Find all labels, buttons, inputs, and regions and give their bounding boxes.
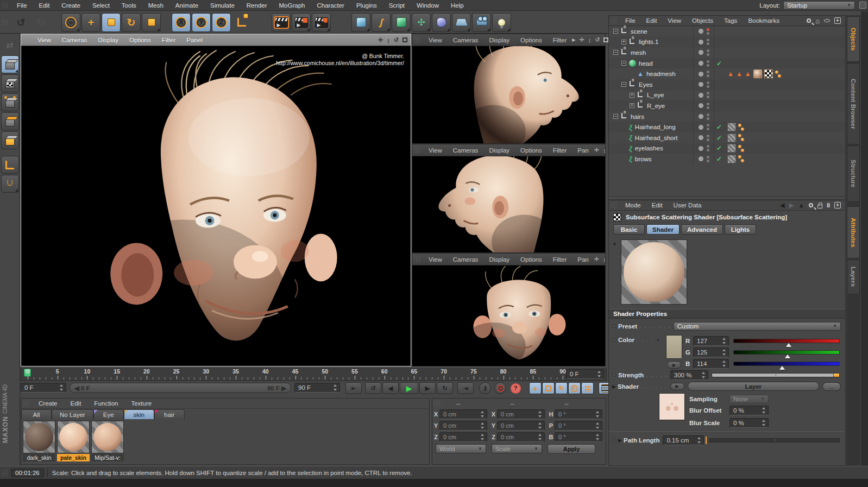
pos-y-field[interactable]: 0 cm — [439, 421, 487, 431]
search-icon[interactable] — [809, 203, 813, 207]
tag-list[interactable] — [724, 134, 741, 142]
undo-button[interactable]: ↺ — [11, 13, 30, 32]
vertex-map-tag-icon[interactable] — [775, 71, 778, 78]
home-icon[interactable]: ⌂ — [815, 17, 820, 25]
collapse-icon[interactable]: − — [613, 50, 618, 55]
viewport-bottom-canvas[interactable] — [412, 265, 605, 366]
vertex-map-tag-icon[interactable] — [738, 155, 741, 162]
pos-x-field[interactable]: 0 cm — [439, 409, 487, 419]
render-picture-viewer-button[interactable] — [292, 13, 311, 32]
object-row-head[interactable]: −head ✓ — [609, 58, 845, 69]
menubar-item[interactable]: Select — [86, 2, 116, 9]
viewport-menu-item[interactable]: Filter — [548, 37, 573, 43]
red-field[interactable]: 127 — [693, 336, 729, 346]
add-generator-button[interactable] — [392, 13, 411, 32]
tab-attributes[interactable]: Attributes — [847, 206, 860, 258]
scale-tool-button[interactable] — [102, 13, 121, 32]
tab-eye[interactable]: Eye — [93, 409, 124, 419]
grip-handle[interactable] — [2, 470, 9, 476]
grip-handle[interactable] — [434, 400, 441, 407]
visibility-toggles[interactable] — [694, 68, 714, 79]
render-settings-button[interactable] — [312, 13, 331, 32]
add-panel-icon[interactable]: + — [834, 17, 841, 24]
spinner-icon[interactable] — [480, 422, 485, 429]
rot-p-field[interactable]: 0 ° — [555, 421, 602, 431]
blur-scale-field[interactable]: 0 % — [729, 418, 769, 428]
attribute-menu-item[interactable]: Mode — [620, 202, 646, 208]
object-row-headmesh[interactable]: ·▲headmesh ▲ ▲ ▲ — [609, 68, 845, 79]
menubar-item[interactable]: MoGraph — [273, 2, 311, 9]
menubar-item[interactable]: Script — [383, 2, 411, 9]
history-back-icon[interactable]: ◀ — [780, 201, 785, 209]
material-mip-sat[interactable]: Mip/Sat-v: — [91, 421, 124, 461]
viewport-menu-item[interactable]: Display — [483, 256, 515, 263]
key-scale-button[interactable] — [542, 382, 555, 394]
layout-dropdown[interactable]: Startup▼ — [783, 1, 855, 10]
viewport-menu-item[interactable]: Display — [483, 147, 515, 154]
shader-preview-sphere[interactable] — [621, 239, 687, 305]
visibility-toggles[interactable] — [694, 100, 714, 111]
material-menu-item[interactable]: Function — [87, 400, 124, 407]
object-row-mesh[interactable]: −mesh — [609, 47, 845, 58]
shader-popup-button[interactable]: ▶ — [670, 383, 684, 390]
visibility-toggles[interactable] — [694, 122, 714, 132]
object-row-brows[interactable]: ·ξbrows ✓ — [609, 154, 845, 165]
tab-shader[interactable]: Shader — [646, 224, 680, 235]
material-pale-skin[interactable]: pale_skin — [57, 421, 90, 461]
expand-triangle-icon[interactable]: ▶ — [612, 384, 618, 389]
material-menu-item[interactable]: Create — [32, 400, 64, 407]
path-length-slider[interactable] — [709, 438, 840, 442]
visibility-toggles[interactable] — [694, 90, 714, 101]
axis-mode-button[interactable] — [1, 156, 19, 174]
spinner-icon[interactable] — [722, 338, 727, 344]
pan-view-icon[interactable]: ✛ — [594, 147, 599, 154]
rot-b-field[interactable]: 0 ° — [555, 432, 602, 442]
visibility-toggles[interactable] — [694, 26, 714, 37]
grip-handle[interactable] — [23, 37, 30, 43]
visibility-toggles[interactable] — [694, 143, 714, 154]
coord-mode-dropdown[interactable]: Scale▼ — [492, 444, 542, 453]
tag-list[interactable] — [724, 144, 741, 153]
coord-system-dropdown[interactable]: World▼ — [436, 444, 486, 453]
tag-list[interactable]: ▲ ▲ ▲ — [724, 69, 778, 78]
key-parameter-button[interactable]: P — [568, 382, 581, 394]
zoom-view-icon[interactable]: ↕ — [603, 256, 606, 263]
layer-button[interactable]: Layer — [688, 382, 819, 391]
play-button[interactable]: ▶ — [400, 382, 418, 394]
y-axis-lock-button[interactable]: Y — [192, 13, 211, 32]
zoom-view-icon[interactable]: ↕ — [588, 37, 592, 43]
spinner-icon[interactable] — [538, 422, 543, 429]
expand-triangle-icon[interactable]: ▶ — [618, 438, 624, 443]
path-length-field[interactable]: 0.15 cm — [663, 435, 704, 445]
frame-range-slider[interactable]: ◀ 0 F 90 F ▶ — [70, 383, 291, 393]
key-position-button[interactable]: + — [529, 382, 542, 394]
rot-h-field[interactable]: 0 ° — [555, 409, 602, 419]
spinner-icon[interactable] — [480, 411, 485, 418]
viewport-menu-item[interactable]: Filter — [548, 147, 573, 154]
viewport-menu-item[interactable]: Display — [483, 37, 515, 43]
blue-field[interactable]: 114 — [693, 359, 729, 369]
grip-handle[interactable] — [611, 202, 618, 208]
tab-layers[interactable]: Layers — [847, 260, 860, 294]
play-loop-button[interactable]: ↻ — [437, 382, 453, 394]
tag-list[interactable] — [724, 123, 741, 131]
pan-view-icon[interactable]: ✛ — [579, 36, 584, 43]
blur-offset-field[interactable]: 0 % — [729, 406, 769, 415]
spinner-icon[interactable] — [333, 384, 338, 391]
tab-structure[interactable]: Structure — [847, 146, 860, 202]
tab-no-layer[interactable]: No Layer — [52, 409, 93, 419]
pan-view-icon[interactable]: ✛ — [378, 36, 383, 43]
object-row-eyelashes[interactable]: ·ξeyelashes ✓ — [609, 143, 845, 154]
viewport-main-canvas[interactable]: @ Bunk Timmer. http://www.comichouse.nl/… — [21, 46, 411, 366]
link-icon[interactable]: 8 — [827, 202, 830, 208]
spinner-icon[interactable] — [762, 407, 766, 414]
edges-mode-button[interactable] — [1, 112, 19, 130]
lock-icon[interactable] — [817, 205, 822, 208]
tab-hair[interactable]: hair — [154, 409, 185, 419]
menubar-item[interactable]: Animate — [169, 2, 204, 9]
tab-basic[interactable]: Basic — [613, 224, 645, 235]
slider-marker[interactable] — [786, 343, 791, 347]
menubar-item[interactable]: Plugins — [350, 2, 383, 9]
next-frame-button[interactable]: ▶ — [419, 382, 436, 394]
menubar-item[interactable]: File — [11, 2, 33, 9]
